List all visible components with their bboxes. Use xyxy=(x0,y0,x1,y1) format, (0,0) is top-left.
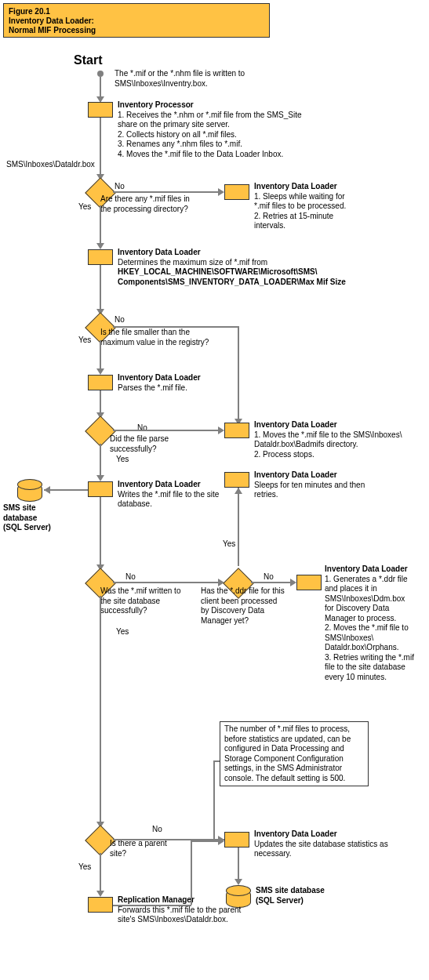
idl-sleep-text: Inventory Data Loader 1. Sleeps while wa… xyxy=(254,182,387,231)
d4-yes: Yes xyxy=(116,627,129,637)
d6-yes: Yes xyxy=(78,862,91,873)
d3-yes: Yes xyxy=(116,455,129,465)
d4-question: Was the *.mif written to the site databa… xyxy=(100,586,187,616)
title-line2: Inventory Data Loader: xyxy=(9,16,264,26)
d5-question: Has the *.ddr file for this client been … xyxy=(201,586,287,626)
proc-idl-parse xyxy=(88,375,113,390)
idl-parse-text: Inventory Data Loader Parses the *.mif f… xyxy=(118,373,274,393)
d6-question: Is there a parent site? xyxy=(110,839,173,858)
idl-ddr-text: Inventory Data Loader 1. Generates a *.d… xyxy=(325,564,429,682)
d1-question: Are there any *.mif files in the process… xyxy=(100,194,202,214)
d2-yes: Yes xyxy=(78,336,91,346)
proc-idl-ddr xyxy=(296,575,322,590)
proc-idl-stats xyxy=(224,832,249,848)
d6-no: No xyxy=(152,825,162,835)
inventory-processor-text: Inventory Processor 1. Receives the *.nh… xyxy=(118,100,400,159)
d3-no: No xyxy=(137,423,147,434)
path-dataldr: SMS\Inboxes\Dataldr.box xyxy=(6,160,95,170)
proc-idl-sleep10 xyxy=(224,472,249,488)
d4-no: No xyxy=(125,572,136,583)
idl-write-text: Inventory Data Loader Writes the *.mif f… xyxy=(118,480,235,510)
d2-no: No xyxy=(115,315,125,325)
idl-sleep10-text: Inventory Data Loader Sleeps for ten min… xyxy=(254,470,380,500)
idl-stats-text: Inventory Data Loader Updates the site d… xyxy=(254,829,411,859)
figure-title-box: Figure 20.1 Inventory Data Loader: Norma… xyxy=(3,3,270,38)
db2-label: SMS site database (SQL Server) xyxy=(256,886,365,906)
d5-no: No xyxy=(264,572,274,583)
d1-no: No xyxy=(115,182,125,192)
db-sms-site xyxy=(17,483,42,502)
title-line1: Figure 20.1 xyxy=(9,7,264,16)
start-label: Start xyxy=(74,53,102,67)
d1-yes: Yes xyxy=(78,202,91,212)
idl-badmifs-text: Inventory Data Loader 1. Moves the *.mif… xyxy=(254,420,427,459)
proc-replication-mgr xyxy=(88,897,113,913)
d5-yes: Yes xyxy=(223,539,235,550)
proc-inventory-processor xyxy=(88,102,113,118)
proc-idl-write xyxy=(88,481,113,497)
d3-question: Did the file parse successfully? xyxy=(110,434,196,454)
db-label: SMS site database (SQL Server) xyxy=(3,503,66,533)
note-box: The number of *.mif files to process, be… xyxy=(220,721,369,786)
idl-maxsize-text: Inventory Data Loader Determines the max… xyxy=(118,248,424,287)
flowchart-canvas: Figure 20.1 Inventory Data Loader: Norma… xyxy=(0,0,429,980)
proc-idl-maxsize xyxy=(88,249,113,265)
start-dot xyxy=(97,71,104,77)
proc-idl-sleep xyxy=(224,184,249,200)
d2-question: Is the file smaller than the maximum val… xyxy=(100,328,218,347)
start-note: The *.mif or the *.nhm file is written t… xyxy=(115,69,279,89)
proc-idl-badmifs xyxy=(224,423,249,438)
replication-mgr-text: Replication Manager Forwards this *.mif … xyxy=(118,895,243,925)
title-line3: Normal MIF Processing xyxy=(9,26,264,35)
